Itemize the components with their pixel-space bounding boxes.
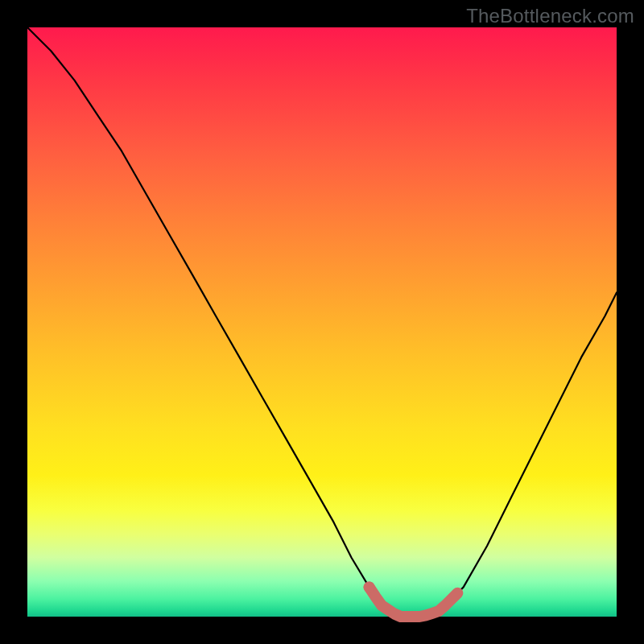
optimal-start-marker [364,581,375,592]
optimal-range-highlight [369,587,458,617]
watermark-text: TheBottleneck.com [466,5,634,27]
chart-frame: TheBottleneck.com [0,0,644,644]
bottleneck-curve [27,27,617,617]
plot-area [27,27,617,617]
chart-svg [27,27,617,617]
